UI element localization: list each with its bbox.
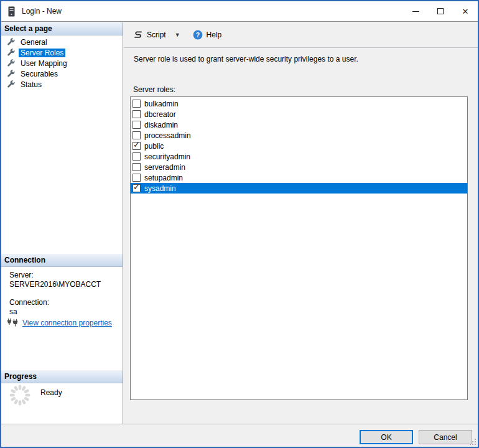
minimize-icon [412, 11, 419, 12]
ok-button[interactable]: OK [360, 430, 413, 444]
sidebar: Select a page GeneralServer RolesUser Ma… [1, 22, 123, 424]
help-icon: ? [193, 30, 203, 40]
title-bar: Login - New ✕ [1, 1, 478, 22]
help-button-label: Help [207, 30, 222, 39]
role-checkbox[interactable]: ✓ [133, 142, 141, 150]
close-button[interactable]: ✕ [453, 1, 478, 21]
server-value: SERVER2016\MYOBACCT [9, 280, 101, 289]
maximize-icon [437, 8, 444, 14]
resize-grip[interactable] [469, 438, 477, 446]
check-icon: ✓ [133, 183, 140, 191]
server-role-row-bulkadmin[interactable]: bulkadmin [131, 98, 467, 109]
svg-text:?: ? [195, 31, 199, 39]
sidebar-item-general[interactable]: General [1, 37, 122, 47]
sidebar-item-securables[interactable]: Securables [1, 68, 122, 79]
server-icon [7, 6, 16, 17]
connection-value: sa [9, 307, 17, 316]
server-role-row-serveradmin[interactable]: serveradmin [131, 162, 467, 172]
server-label: Server: [9, 271, 34, 279]
wrench-icon [7, 70, 15, 78]
maximize-button[interactable] [428, 1, 453, 21]
view-connection-properties-link[interactable]: View connection properties [22, 319, 112, 327]
window-title: Login - New [22, 7, 62, 16]
role-checkbox[interactable] [133, 100, 141, 108]
sidebar-item-label: User Mapping [19, 59, 69, 68]
server-role-row-setupadmin[interactable]: setupadmin [131, 172, 467, 183]
role-checkbox[interactable] [133, 131, 141, 139]
server-roles-label: Server roles: [133, 85, 175, 94]
wrench-icon [7, 80, 15, 88]
login-new-dialog: Login - New ✕ Select a page GeneralServe… [0, 0, 479, 448]
connection-label: Connection: [9, 298, 49, 307]
wrench-icon [7, 59, 15, 67]
progress-status-row: Ready [8, 383, 62, 407]
sidebar-item-user-mapping[interactable]: User Mapping [1, 58, 122, 68]
server-roles-listbox[interactable]: bulkadmindbcreatordiskadminprocessadmin✓… [130, 96, 468, 400]
role-checkbox[interactable] [133, 121, 141, 129]
footer: OK Cancel [1, 424, 478, 447]
role-name: setupadmin [144, 174, 183, 182]
toolbar: Script ▼ ? Help [124, 22, 478, 48]
role-checkbox[interactable] [133, 110, 141, 118]
sidebar-item-label: General [19, 38, 49, 47]
wrench-icon [7, 38, 15, 46]
main-panel: Script ▼ ? Help Server role is used to g… [124, 22, 478, 424]
cancel-button[interactable]: Cancel [419, 430, 472, 444]
check-icon: ✓ [133, 141, 140, 149]
script-button-label: Script [147, 30, 166, 39]
role-checkbox[interactable] [133, 174, 141, 182]
sidebar-item-status[interactable]: Status [1, 79, 122, 90]
role-checkbox[interactable] [133, 152, 141, 161]
wrench-icon [7, 49, 15, 57]
sidebar-item-label: Securables [19, 70, 60, 78]
role-name: bulkadmin [144, 100, 179, 108]
minimize-button[interactable] [403, 1, 428, 21]
server-role-row-dbcreator[interactable]: dbcreator [131, 109, 467, 119]
server-role-row-public[interactable]: ✓public [131, 141, 467, 151]
script-button[interactable]: Script [131, 29, 169, 41]
script-icon [133, 30, 143, 40]
role-name: sysadmin [144, 184, 176, 193]
sidebar-item-label: Status [19, 80, 44, 89]
server-role-row-securityadmin[interactable]: securityadmin [131, 151, 467, 162]
role-name: dbcreator [144, 110, 176, 119]
role-name: securityadmin [144, 152, 190, 161]
role-name: diskadmin [144, 121, 178, 129]
role-name: public [144, 142, 164, 151]
progress-status-text: Ready [40, 388, 62, 397]
help-button[interactable]: ? Help [190, 29, 225, 41]
sidebar-pages: GeneralServer RolesUser MappingSecurable… [1, 37, 122, 90]
chevron-down-icon: ▼ [175, 32, 180, 38]
sidebar-item-label: Server Roles [19, 49, 65, 57]
server-role-row-sysadmin[interactable]: ✓sysadmin [131, 183, 467, 194]
sidebar-item-server-roles[interactable]: Server Roles [1, 47, 122, 58]
role-name: serveradmin [144, 163, 185, 172]
role-name: processadmin [144, 131, 191, 140]
progress-header: Progress [1, 370, 123, 383]
page-description: Server role is used to grant server-wide… [134, 55, 358, 63]
role-checkbox[interactable]: ✓ [133, 184, 141, 192]
connection-properties-icon [7, 318, 19, 328]
script-dropdown-button[interactable]: ▼ [171, 30, 184, 39]
role-checkbox[interactable] [133, 163, 141, 171]
caption-buttons: ✕ [403, 1, 478, 21]
server-role-row-processadmin[interactable]: processadmin [131, 130, 467, 141]
select-a-page-header: Select a page [1, 22, 123, 35]
connection-header: Connection [1, 254, 123, 267]
server-role-row-diskadmin[interactable]: diskadmin [131, 119, 467, 130]
progress-spinner-icon [8, 383, 32, 407]
close-icon: ✕ [462, 7, 469, 16]
view-connection-properties-row: View connection properties [7, 318, 112, 328]
